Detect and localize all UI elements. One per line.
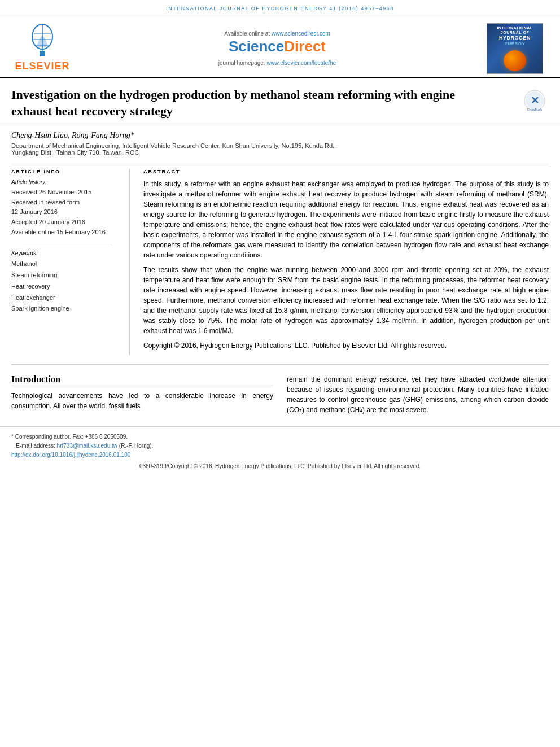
elsevier-tree-icon — [20, 20, 65, 59]
journal-cover-title: International Journal of HYDROGEN ENERGY — [489, 26, 540, 47]
journal-homepage: journal homepage: www.elsevier.com/locat… — [218, 60, 336, 66]
intro-heading: Introduction — [11, 374, 273, 386]
two-column-section: Article Info Article history: Received 2… — [0, 169, 560, 355]
article-info-column: Article Info Article history: Received 2… — [11, 169, 130, 355]
footnote-doi: http://dx.doi.org/10.1016/j.ijhydene.201… — [11, 451, 549, 460]
journal-homepage-link[interactable]: www.elsevier.com/locate/he — [266, 60, 336, 66]
history-accepted: Accepted 20 January 2016 — [11, 217, 124, 228]
article-info-heading: Article Info — [11, 169, 124, 174]
available-online-text: Available online at www.sciencedirect.co… — [224, 30, 330, 37]
separator — [11, 164, 549, 164]
footnote-corresponding: * Corresponding author. Fax: +886 6 2050… — [11, 433, 549, 442]
copyright-footer: 0360-3199/Copyright © 2016, Hydrogen Ene… — [0, 460, 560, 473]
keywords-section: Keywords: Methanol Steam reforming Heat … — [11, 250, 124, 314]
history-available: Available online 15 February 2016 — [11, 228, 124, 238]
article-title-section: Investigation on the hydrogen production… — [0, 78, 560, 125]
keyword-5: Spark ignition engine — [11, 303, 124, 314]
keyword-1: Methanol — [11, 259, 124, 270]
introduction-section: Introduction Technological advancements … — [0, 374, 560, 415]
abstract-column: Abstract In this study, a reformer with … — [143, 169, 549, 355]
doi-link[interactable]: http://dx.doi.org/10.1016/j.ijhydene.201… — [11, 452, 130, 458]
article-history: Article history: Received 26 November 20… — [11, 179, 124, 237]
website-link[interactable]: www.sciencedirect.com — [272, 30, 330, 37]
intro-right-col: remain the dominant energy resource, yet… — [287, 374, 549, 415]
keywords-label: Keywords: — [11, 250, 124, 256]
section-divider — [11, 364, 549, 365]
svg-text:✕: ✕ — [531, 95, 539, 106]
svg-rect-0 — [40, 51, 45, 56]
authors: Cheng-Hsun Liao, Rong-Fang Horng* — [11, 131, 549, 140]
journal-name-topbar: International Journal of Hydrogen Energy… — [166, 6, 394, 11]
footnote-area: * Corresponding author. Fax: +886 6 2050… — [0, 426, 560, 460]
affiliation: Department of Mechanical Engineering, In… — [11, 142, 549, 156]
intro-two-col: Introduction Technological advancements … — [11, 374, 549, 415]
history-revised-date: 12 January 2016 — [11, 207, 124, 217]
header-area: ELSEVIER Available online at www.science… — [0, 14, 560, 78]
article-title: Investigation on the hydrogen production… — [11, 87, 474, 119]
abstract-copyright: Copyright © 2016, Hydrogen Energy Public… — [143, 340, 549, 351]
crossmark-icon: ✕ CrossMark — [523, 89, 546, 112]
abstract-paragraph-2: The results show that when the engine wa… — [143, 265, 549, 336]
journal-cover-area: International Journal of HYDROGEN ENERGY — [481, 20, 549, 77]
abstract-text: In this study, a reformer with an engine… — [143, 179, 549, 351]
email-link[interactable]: hrf733@mail.ksu.edu.tw — [57, 443, 117, 449]
svg-text:CrossMark: CrossMark — [527, 108, 542, 111]
intro-text-right: remain the dominant energy resource, yet… — [287, 374, 549, 415]
authors-section: Cheng-Hsun Liao, Rong-Fang Horng* Depart… — [0, 125, 560, 159]
intro-text-left: Technological advancements have led to a… — [11, 391, 273, 411]
abstract-paragraph-1: In this study, a reformer with an engine… — [143, 179, 549, 260]
keyword-2: Steam reforming — [11, 270, 124, 281]
abstract-heading: Abstract — [143, 169, 549, 174]
crossmark-area: ✕ CrossMark — [520, 89, 549, 112]
footnote-email: E-mail address: hrf733@mail.ksu.edu.tw (… — [11, 442, 549, 451]
history-label: Article history: — [11, 179, 124, 185]
intro-left-col: Introduction Technological advancements … — [11, 374, 273, 415]
history-revised-label: Received in revised form — [11, 198, 124, 208]
elsevier-label: ELSEVIER — [15, 60, 69, 72]
elsevier-logo: ELSEVIER — [11, 20, 73, 77]
journal-cover-orb — [504, 50, 526, 71]
top-bar: International Journal of Hydrogen Energy… — [0, 0, 560, 14]
info-separator — [23, 244, 112, 244]
keyword-4: Heat exchanger — [11, 292, 124, 304]
header-center: Available online at www.sciencedirect.co… — [79, 20, 475, 77]
keyword-3: Heat recovery — [11, 281, 124, 292]
sciencedirect-logo: ScienceDirect — [229, 38, 326, 55]
history-received: Received 26 November 2015 — [11, 187, 124, 198]
journal-cover: International Journal of HYDROGEN ENERGY — [487, 23, 543, 74]
